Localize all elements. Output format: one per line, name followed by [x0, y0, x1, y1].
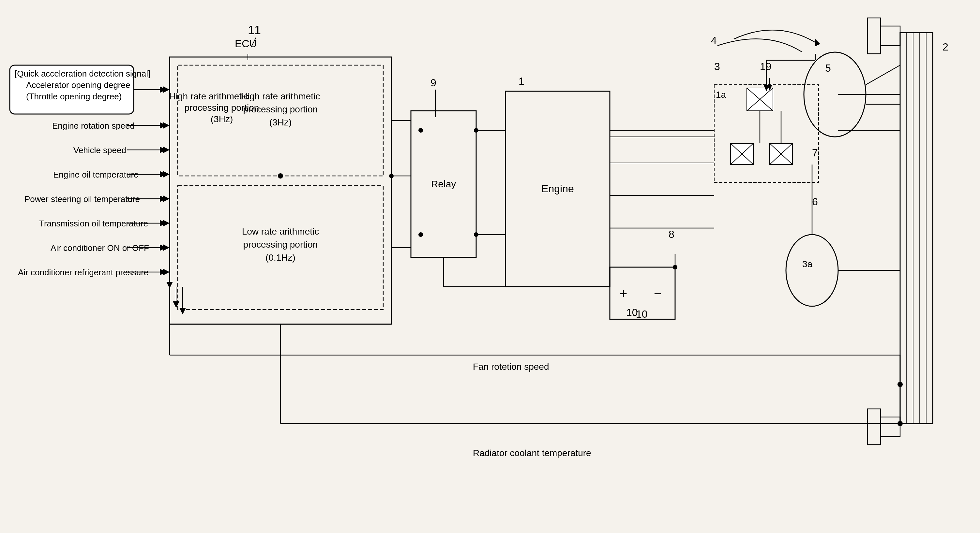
svg-text:Engine rotation speed: Engine rotation speed	[52, 121, 135, 131]
svg-text:[Quick acceleration detection : [Quick acceleration detection signal]	[15, 69, 150, 79]
svg-text:5: 5	[825, 62, 831, 74]
svg-text:High rate arithmetic: High rate arithmetic	[241, 91, 320, 102]
svg-point-139	[389, 174, 394, 178]
svg-text:6: 6	[812, 196, 818, 208]
svg-text:7: 7	[812, 147, 818, 159]
svg-point-60	[474, 128, 479, 133]
svg-point-62	[474, 232, 479, 237]
svg-point-140	[418, 128, 423, 133]
svg-text:10: 10	[636, 308, 648, 320]
svg-text:Vehicle speed: Vehicle speed	[73, 145, 126, 155]
svg-text:(3Hz): (3Hz)	[211, 114, 233, 124]
diagram-container: [Quick acceleration detection signal] Ac…	[0, 0, 980, 533]
svg-text:3a: 3a	[802, 259, 813, 269]
svg-text:11: 11	[248, 24, 261, 37]
svg-text:Power steering oil temperature: Power steering oil temperature	[24, 194, 140, 204]
svg-text:Accelerator opening degree: Accelerator opening degree	[26, 80, 130, 90]
svg-text:Relay: Relay	[431, 179, 456, 189]
svg-text:−: −	[654, 286, 661, 301]
svg-text:(3Hz): (3Hz)	[269, 117, 291, 127]
svg-text:processing portion: processing portion	[243, 240, 318, 249]
svg-text:Radiator coolant temperature: Radiator coolant temperature	[473, 448, 591, 458]
svg-text:+: +	[620, 286, 627, 301]
svg-point-141	[418, 232, 423, 237]
svg-text:processing portion: processing portion	[243, 104, 318, 114]
svg-text:Engine oil temperature: Engine oil temperature	[53, 170, 138, 179]
svg-text:Low rate arithmetic: Low rate arithmetic	[242, 227, 319, 236]
svg-text:1: 1	[519, 75, 524, 87]
svg-text:3: 3	[714, 60, 720, 72]
svg-point-52	[278, 173, 283, 179]
svg-text:(Throttle opening degree): (Throttle opening degree)	[26, 92, 122, 102]
svg-text:2: 2	[942, 41, 948, 53]
svg-text:1a: 1a	[716, 90, 726, 100]
svg-text:4: 4	[711, 35, 717, 46]
svg-text:Fan rotetion speed: Fan rotetion speed	[473, 362, 549, 372]
svg-text:8: 8	[668, 228, 675, 240]
svg-text:(0.1Hz): (0.1Hz)	[266, 252, 296, 263]
svg-text:19: 19	[760, 60, 772, 72]
svg-text:Engine: Engine	[541, 183, 574, 195]
svg-text:9: 9	[431, 77, 436, 89]
svg-text:High rate arithmetic: High rate arithmetic	[169, 91, 248, 102]
svg-text:ECU: ECU	[235, 38, 257, 49]
